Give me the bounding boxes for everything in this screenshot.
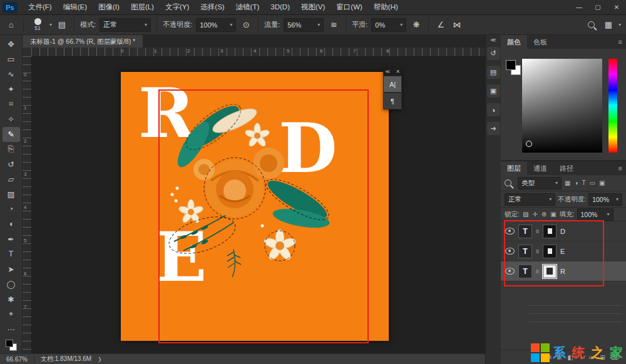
status-arrow-icon[interactable]: ❯	[98, 356, 102, 362]
visibility-eye-icon[interactable]	[505, 248, 515, 255]
maximize-button[interactable]: ▢	[588, 0, 607, 15]
search-icon[interactable]	[588, 21, 595, 28]
lasso-tool[interactable]: ∿	[3, 67, 20, 82]
edit-toolbar-icon[interactable]: ⋯	[3, 321, 20, 337]
zoom-level[interactable]: 66.67%	[6, 356, 28, 363]
filter-smart-icon[interactable]: ▣	[598, 179, 605, 186]
canvas[interactable]: R D E	[121, 72, 389, 341]
layer-row-e[interactable]: T 8 E	[501, 241, 626, 261]
move-tool[interactable]: ✥	[3, 37, 20, 52]
visibility-eye-icon[interactable]	[505, 268, 515, 275]
layer-row-r[interactable]: T 8 R	[501, 261, 626, 281]
opacity-select[interactable]: 100% ▾	[196, 18, 236, 32]
workspace-icon[interactable]: ▦	[602, 18, 615, 32]
gear-icon[interactable]: ❋	[410, 18, 423, 32]
home-icon[interactable]: ⌂	[5, 18, 18, 32]
layer-mask-thumbnail-selected[interactable]	[543, 265, 557, 278]
zoom-tool[interactable]: ⌖	[3, 306, 20, 321]
tab-color[interactable]: 颜色	[501, 35, 527, 49]
layer-opacity-select[interactable]: 100% ▾	[588, 193, 622, 206]
airbrush-icon[interactable]: ≋	[327, 18, 340, 32]
crop-tool[interactable]: ⌗	[3, 97, 20, 112]
blur-tool[interactable]: ◔	[3, 201, 20, 216]
layer-row-d[interactable]: T 8 D	[501, 221, 626, 241]
menu-window[interactable]: 窗口(W)	[331, 0, 368, 14]
lock-all-icon[interactable]: ▣	[550, 211, 557, 218]
pen-pressure-icon[interactable]: ⊙	[240, 18, 252, 32]
menu-select[interactable]: 选择(S)	[195, 0, 230, 14]
character-panel-button[interactable]: A|	[383, 76, 402, 93]
mask-link-icon[interactable]: 8	[536, 268, 539, 275]
chevron-down-icon[interactable]: ▾	[49, 23, 52, 28]
quick-select-tool[interactable]: ✦	[3, 82, 20, 97]
document-tab[interactable]: 未标题-1 @ 66.7% (R, 图层蒙版/8) *	[23, 35, 143, 48]
history-panel-icon[interactable]: ↺	[487, 47, 500, 60]
hue-slider[interactable]	[608, 59, 617, 153]
lock-artboard-icon[interactable]: ⊕	[541, 211, 547, 218]
path-select-tool[interactable]: ➤	[3, 261, 20, 276]
brush-settings-panel-icon[interactable]: ▤	[56, 18, 68, 32]
color-field-cursor[interactable]	[526, 141, 532, 147]
eyedropper-tool[interactable]: ✧	[3, 112, 20, 127]
foreground-color-swatch[interactable]	[506, 60, 518, 73]
type-tool[interactable]: T	[3, 246, 20, 261]
tab-channels[interactable]: 通道	[527, 161, 553, 175]
visibility-eye-icon[interactable]	[505, 228, 515, 235]
text-layer-thumbnail[interactable]: T	[518, 245, 532, 258]
brush-angle-icon[interactable]: ∠	[434, 18, 447, 32]
text-layer-thumbnail[interactable]: T	[518, 265, 532, 278]
lock-position-icon[interactable]: ✛	[531, 211, 538, 218]
dodge-tool[interactable]: ◖	[3, 216, 20, 231]
layer-mask-thumbnail[interactable]	[543, 245, 557, 258]
fill-select[interactable]: 100% ▾	[577, 208, 613, 221]
brush-tool[interactable]: ✎	[3, 127, 20, 142]
history-brush-tool[interactable]: ↺	[3, 157, 20, 172]
foreground-background-swatch[interactable]	[6, 340, 17, 351]
tab-paths[interactable]: 路径	[553, 161, 580, 175]
tab-swatches[interactable]: 色板	[527, 35, 553, 49]
hand-tool[interactable]: ✱	[3, 291, 20, 306]
filter-shape-icon[interactable]: ▭	[589, 179, 596, 186]
brush-preset-picker[interactable]: 51	[29, 18, 46, 31]
menu-view[interactable]: 视图(V)	[295, 0, 331, 14]
expand-panels-icon[interactable]: ≪	[490, 37, 496, 43]
layer-mask-thumbnail[interactable]	[543, 225, 557, 238]
mode-select[interactable]: 正常 ▾	[100, 18, 151, 32]
symmetry-icon[interactable]: ⋈	[451, 18, 463, 32]
minimize-button[interactable]: —	[570, 0, 588, 15]
panel-menu-icon[interactable]: ≡	[615, 161, 626, 175]
adjustments-panel-icon[interactable]: ◑	[487, 103, 500, 116]
filter-type-icon[interactable]: T	[582, 179, 587, 186]
clone-stamp-tool[interactable]: ⎘	[3, 142, 20, 157]
gradient-tool[interactable]: ▨	[3, 187, 20, 202]
menu-filter[interactable]: 滤镜(T)	[230, 0, 265, 14]
chevron-down-icon[interactable]: ▾	[618, 23, 621, 28]
menu-file[interactable]: 文件(F)	[23, 0, 58, 14]
menu-help[interactable]: 帮助(H)	[368, 0, 404, 14]
properties-panel-icon[interactable]: ▤	[487, 66, 500, 79]
menu-type[interactable]: 文字(Y)	[160, 0, 195, 14]
close-button[interactable]: ✕	[607, 0, 626, 15]
menu-layer[interactable]: 图层(L)	[125, 0, 160, 14]
menu-image[interactable]: 图像(I)	[93, 0, 125, 14]
text-layer-thumbnail[interactable]: T	[518, 225, 532, 238]
blend-mode-select[interactable]: 正常 ▾	[505, 193, 555, 206]
layer-filter-select[interactable]: 类型 ▾	[518, 177, 562, 190]
menu-3d[interactable]: 3D(D)	[265, 0, 295, 14]
close-panel-icon[interactable]: ✕	[396, 69, 400, 74]
mask-link-icon[interactable]: 8	[536, 228, 539, 235]
panel-menu-icon[interactable]: ≡	[615, 35, 626, 49]
paragraph-panel-button[interactable]: ¶	[383, 93, 402, 109]
saturation-brightness-field[interactable]	[522, 59, 602, 153]
mask-link-icon[interactable]: 8	[536, 248, 539, 255]
libraries-panel-icon[interactable]: ▣	[487, 84, 500, 98]
eraser-tool[interactable]: ▱	[3, 172, 20, 187]
lock-transparent-icon[interactable]: ▨	[522, 211, 529, 218]
collapse-panel-icon[interactable]: ≪	[385, 69, 390, 74]
flow-select[interactable]: 56% ▾	[284, 18, 324, 32]
export-panel-icon[interactable]: ➔	[487, 122, 500, 135]
tab-layers[interactable]: 图层	[501, 161, 527, 175]
smoothing-select[interactable]: 0% ▾	[371, 18, 406, 32]
marquee-tool[interactable]: ▭	[3, 52, 20, 67]
pen-tool[interactable]: ✒	[3, 231, 20, 246]
